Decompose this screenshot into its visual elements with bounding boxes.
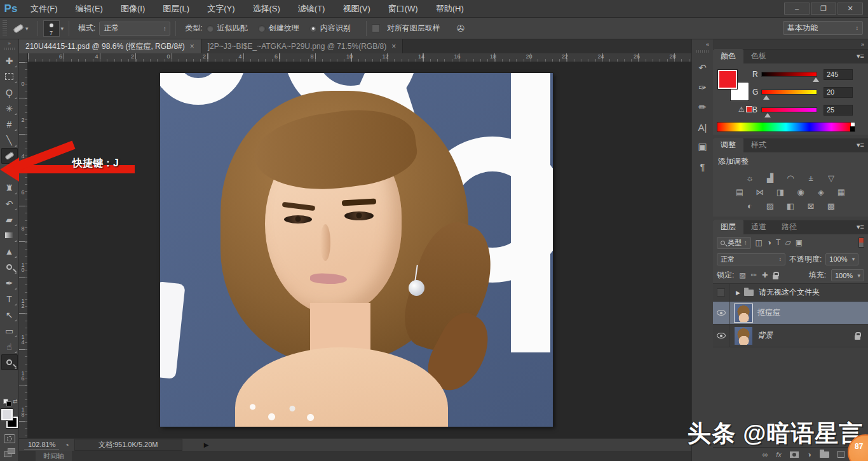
- brush-presets-panel-icon[interactable]: ✑: [695, 79, 711, 96]
- canvas-image[interactable]: [160, 73, 553, 427]
- layer-name[interactable]: 背景: [757, 330, 773, 341]
- rectangle-tool[interactable]: ▭: [1, 323, 18, 338]
- brush-size-picker[interactable]: 7: [43, 20, 60, 37]
- gamut-color-swatch[interactable]: [746, 106, 752, 112]
- type-tool[interactable]: T: [1, 291, 18, 307]
- vibrance-icon[interactable]: ▽: [825, 173, 837, 183]
- slider-handle[interactable]: [763, 95, 770, 100]
- eye-icon[interactable]: [717, 333, 726, 338]
- workspace-switcher[interactable]: 基本功能 ↕: [783, 21, 863, 35]
- tab-adjustments[interactable]: 调整: [713, 138, 743, 152]
- hue-saturation-icon[interactable]: ▤: [733, 187, 746, 197]
- rectangular-marquee-tool[interactable]: [1, 69, 18, 84]
- color-spectrum-ramp[interactable]: [717, 122, 855, 132]
- mode-dropdown[interactable]: 正常 ↕: [99, 22, 170, 36]
- tab-styles[interactable]: 样式: [743, 138, 774, 152]
- tab-swatches[interactable]: 色板: [743, 49, 774, 63]
- channel-mixer-icon[interactable]: ◈: [815, 187, 827, 197]
- tablet-pressure-icon[interactable]: ✇: [457, 23, 465, 34]
- eye-icon[interactable]: [717, 310, 726, 316]
- brush-panel-icon[interactable]: ✏: [695, 99, 711, 116]
- lock-image-pixels-icon[interactable]: ✏: [751, 271, 757, 279]
- filter-type-layers-icon[interactable]: T: [776, 238, 780, 247]
- lock-position-icon[interactable]: ✚: [762, 271, 768, 279]
- slider-handle[interactable]: [764, 113, 771, 117]
- panel-menu-icon[interactable]: ▾≡: [857, 52, 864, 60]
- radio-proximity-match[interactable]: 近似匹配: [207, 23, 248, 34]
- menu-item-1[interactable]: 编辑(E): [67, 0, 112, 18]
- green-slider[interactable]: [761, 90, 817, 95]
- curves-icon[interactable]: ◠: [784, 173, 797, 183]
- lasso-tool[interactable]: Ϙ: [1, 84, 18, 100]
- new-group-icon[interactable]: [820, 451, 829, 458]
- new-layer-icon[interactable]: [837, 451, 844, 458]
- minimize-button[interactable]: –: [784, 3, 810, 15]
- panel-menu-icon[interactable]: ▾≡: [857, 141, 864, 149]
- opacity-dropdown[interactable]: 100% ▾: [825, 253, 858, 265]
- close-button[interactable]: ✕: [837, 3, 863, 15]
- threshold-icon[interactable]: ◧: [784, 201, 797, 211]
- posterize-icon[interactable]: ▨: [764, 201, 776, 211]
- menu-item-3[interactable]: 图层(L): [154, 0, 198, 18]
- ruler-origin-box[interactable]: [19, 53, 28, 62]
- expand-group-icon[interactable]: ▶: [736, 290, 740, 296]
- status-menu-arrow-icon[interactable]: ▶: [204, 441, 209, 448]
- menu-item-8[interactable]: 窗口(W): [379, 0, 427, 18]
- zoom-level-field[interactable]: 102.81%: [24, 440, 59, 450]
- levels-icon[interactable]: ▟: [764, 173, 776, 183]
- layer-name[interactable]: 请无视这个文件夹: [759, 287, 820, 298]
- menu-item-7[interactable]: 视图(V): [334, 0, 379, 18]
- color-balance-icon[interactable]: ⋈: [754, 187, 766, 197]
- screen-mode-button[interactable]: [4, 448, 15, 457]
- hand-tool[interactable]: ☝: [1, 338, 18, 354]
- selective-color-icon[interactable]: ▩: [825, 201, 837, 211]
- timeline-tab[interactable]: 时间轴: [36, 451, 72, 461]
- tab-paths[interactable]: 路径: [774, 220, 804, 234]
- magic-wand-tool[interactable]: ✳: [1, 100, 18, 116]
- current-tool-preset[interactable]: ▾: [10, 25, 32, 32]
- foreground-color-swatch[interactable]: [1, 409, 13, 420]
- history-panel-icon[interactable]: ↶: [695, 60, 711, 76]
- zoom-tool[interactable]: [1, 354, 18, 370]
- blue-slider[interactable]: [761, 107, 817, 112]
- color-lookup-icon[interactable]: ▦: [835, 187, 848, 197]
- green-value-field[interactable]: 20: [824, 87, 853, 98]
- document-tab-active[interactable]: 210U44415-11.psd @ 98.6% (抠痘痘, RGB/8#) ×: [19, 39, 201, 53]
- new-adjustment-layer-icon[interactable]: ◑: [807, 450, 811, 459]
- tab-color[interactable]: 颜色: [713, 49, 743, 63]
- add-layer-mask-icon[interactable]: [790, 451, 799, 458]
- menu-item-4[interactable]: 文字(Y): [198, 0, 243, 18]
- gradient-tool[interactable]: [1, 227, 18, 243]
- layer-style-icon[interactable]: fx: [776, 451, 782, 458]
- visibility-toggle[interactable]: [717, 288, 725, 297]
- red-slider[interactable]: [761, 72, 817, 77]
- move-tool[interactable]: ✚: [1, 53, 18, 69]
- layer-thumbnail[interactable]: [735, 327, 752, 345]
- layer-row-selected[interactable]: 抠痘痘: [713, 302, 868, 324]
- layer-name[interactable]: 抠痘痘: [757, 307, 780, 318]
- link-layers-icon[interactable]: ∞: [763, 450, 768, 459]
- blur-tool[interactable]: ▲: [1, 243, 18, 259]
- filter-adjustment-layers-icon[interactable]: ◑: [767, 238, 771, 247]
- filter-type-dropdown[interactable]: 类型 ↕: [717, 237, 751, 249]
- menu-item-0[interactable]: 文件(F): [22, 0, 67, 18]
- collapse-dock-icon[interactable]: »: [713, 39, 868, 50]
- menu-item-5[interactable]: 选择(S): [243, 0, 288, 18]
- filter-shape-layers-icon[interactable]: ▱: [785, 238, 790, 247]
- filter-pixel-layers-icon[interactable]: ◫: [756, 238, 763, 247]
- lock-all-icon[interactable]: [773, 275, 778, 279]
- horizontal-ruler[interactable]: 6420246810121416182022242628: [28, 53, 691, 62]
- paragraph-panel-icon[interactable]: ¶: [695, 158, 711, 175]
- layer-thumbnail[interactable]: [735, 304, 752, 322]
- fill-dropdown[interactable]: 100% ▾: [831, 269, 864, 281]
- eraser-tool[interactable]: ▰: [1, 211, 18, 227]
- document-tab-inactive[interactable]: ]2P~J3~BI$E_~ATGKA~P29U.png @ 71.5%(RGB/…: [201, 39, 403, 53]
- close-tab-icon[interactable]: ×: [190, 42, 194, 51]
- blue-value-field[interactable]: 25: [824, 105, 853, 116]
- expand-dock-icon[interactable]: «: [706, 39, 713, 49]
- photo-filter-icon[interactable]: ◉: [794, 187, 807, 197]
- lock-transparent-pixels-icon[interactable]: ▨: [739, 271, 745, 279]
- sample-all-layers-checkbox[interactable]: 对所有图层取样: [372, 23, 440, 34]
- radio-content-aware[interactable]: 内容识别: [309, 23, 351, 34]
- menu-item-2[interactable]: 图像(I): [112, 0, 154, 18]
